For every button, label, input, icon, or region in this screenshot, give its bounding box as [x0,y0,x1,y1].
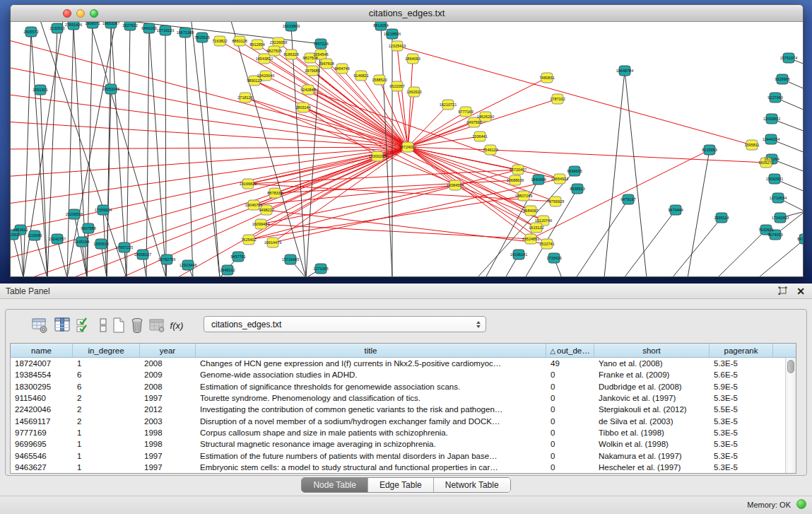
table-cell-title[interactable]: Estimation of significance thresholds fo… [196,382,546,391]
table-cell-in-degree[interactable]: 1 [73,428,140,437]
table-row[interactable]: 977716911998Corpus callosum shape and si… [11,427,785,438]
network-canvas[interactable]: 2405572213051027691406190657110653287152… [11,22,803,276]
citation-edge-black[interactable] [146,28,149,276]
citation-edge-black[interactable] [758,239,803,276]
citation-edge-black[interactable] [672,218,722,276]
column-header-short[interactable]: short [594,344,710,357]
column-header-title[interactable]: title [196,344,546,357]
citation-edge-red[interactable] [257,45,408,147]
table-cell-name[interactable]: 9463627 [11,463,73,472]
table-cell-year[interactable]: 2012 [140,405,196,414]
table-cell-out-de-[interactable]: 0 [546,440,594,448]
table-cell-name[interactable]: 9699695 [11,440,73,448]
table-cell-name[interactable]: 9465546 [11,452,73,460]
table-settings-icon[interactable] [30,315,49,335]
table-cell-year[interactable]: 1997 [140,452,196,460]
column-header-name[interactable]: name [11,344,73,357]
table-cell-out-de-[interactable]: 0 [546,463,594,472]
table-cell-name[interactable]: 9777169 [11,428,73,437]
table-cell-in-degree[interactable]: 2 [73,417,140,426]
citation-edge-red[interactable] [264,59,408,147]
citation-edge-red[interactable] [490,150,766,163]
table-row[interactable]: 1830029562008Estimation of significance … [11,381,785,392]
table-cell-title[interactable]: Embryonic stem cells: a model to study s… [196,463,546,472]
table-cell-short[interactable]: Stergiakouli et al. (2012) [594,405,710,414]
table-cell-in-degree[interactable]: 1 [73,359,140,368]
citation-edge-black[interactable] [67,25,73,276]
table-cell-out-de-[interactable]: 0 [546,394,594,402]
citation-edge-red[interactable] [303,107,531,211]
table-cell-in-degree[interactable]: 1 [73,452,140,460]
table-cell-short[interactable]: Tibbo et al. (1998) [594,428,710,437]
table-cell-year[interactable]: 1998 [140,428,196,437]
network-table-select[interactable]: citations_edges.txt [204,316,486,332]
table-cell-short[interactable]: Hescheler et al. (1997) [594,463,710,472]
citation-edge-black[interactable] [291,26,306,276]
table-cell-name[interactable]: 22420046 [11,405,73,414]
table-cell-in-degree[interactable]: 6 [73,382,140,391]
table-cell-year[interactable]: 1997 [140,463,196,472]
table-cell-out-de-[interactable]: 0 [546,428,594,437]
tab-node-table[interactable]: Node Table [302,478,368,492]
table-cell-pagerank[interactable]: 5.9E-5 [710,382,773,391]
column-header-in-degree[interactable]: in_degree [73,344,140,357]
row-check-icon[interactable] [73,315,93,335]
table-row[interactable]: 1456911722003Disruption of a novel membe… [11,415,785,426]
table-cell-short[interactable]: de Silva et al. (2003) [594,417,710,426]
table-cell-title[interactable]: Disruption of a novel member of a sodium… [196,417,546,426]
table-cell-short[interactable]: Franke et al. (2009) [594,370,710,379]
table-cell-name[interactable]: 14569117 [11,417,73,426]
table-cell-pagerank[interactable]: 5.3E-5 [710,428,773,437]
vertical-scrollbar[interactable] [785,358,796,473]
table-cell-in-degree[interactable]: 2 [73,405,140,414]
table-cell-in-degree[interactable]: 1 [73,463,140,472]
table-cell-name[interactable]: 19384554 [11,370,73,379]
table-cell-in-degree[interactable]: 2 [73,394,140,402]
column-header-pagerank[interactable]: pagerank [710,344,773,357]
citation-edge-red[interactable] [11,93,408,147]
table-cell-out-de-[interactable]: 0 [546,405,594,414]
citation-edge-black[interactable] [688,150,710,276]
column-header-year[interactable]: year [140,344,196,357]
table-cell-name[interactable]: 18300295 [11,382,73,391]
citation-edge-black[interactable] [717,230,766,276]
table-cell-year[interactable]: 2008 [140,382,196,391]
table-cell-in-degree[interactable]: 6 [73,370,140,379]
column-edit-icon[interactable] [52,315,72,335]
table-cell-pagerank[interactable]: 5.6E-5 [710,370,773,379]
citation-edge-red[interactable] [408,147,515,180]
table-row[interactable]: 2242004622012Investigating the contribut… [11,404,785,415]
table-cell-title[interactable]: Corpus callosum shape and size in male p… [196,428,546,437]
table-row[interactable]: 1872400712008Changes of HCN gene express… [11,358,785,369]
table-cell-year[interactable]: 2003 [140,417,196,426]
table-cell-name[interactable]: 9115460 [11,394,73,402]
table-cell-title[interactable]: Investigating the contribution of common… [196,405,546,414]
citation-edge-red[interactable] [266,76,408,147]
tab-network-table[interactable]: Network Table [434,478,510,492]
table-cell-pagerank[interactable]: 5.3E-5 [710,394,773,402]
table-cell-short[interactable]: Jankovic et al. (1997) [594,394,710,402]
delete-icon[interactable] [127,315,147,335]
tab-edge-table[interactable]: Edge Table [368,478,434,492]
table-row[interactable]: 946362711997Embryonic stem cells: a mode… [11,462,785,473]
table-cell-pagerank[interactable]: 5.3E-5 [710,440,773,448]
citation-edge-black[interactable] [576,199,628,276]
table-cell-out-de-[interactable]: 0 [546,452,594,460]
citation-edge-black[interactable] [35,235,47,276]
table-cell-name[interactable]: 18724007 [11,359,73,368]
table-cell-short[interactable]: Nakamura et al. (1997) [594,452,710,460]
window-titlebar[interactable]: citations_edges.txt [11,5,803,22]
table-cell-pagerank[interactable]: 5.5E-5 [710,405,773,414]
citation-edge-black[interactable] [185,33,193,276]
table-cell-title[interactable]: Tourette syndrome. Phenomenology and cla… [196,394,546,402]
table-cell-title[interactable]: Genome-wide association studies in ADHD. [196,370,546,379]
citation-edge-black[interactable] [202,37,220,276]
table-cell-pagerank[interactable]: 5.3E-5 [710,463,773,472]
table-row[interactable]: 911546021997Tourette syndrome. Phenomeno… [11,392,785,404]
table-cell-year[interactable]: 2009 [140,370,196,379]
citation-edge-black[interactable] [191,22,220,276]
table-cell-short[interactable]: Dudbridge et al. (2008) [594,382,710,391]
new-file-icon[interactable] [109,315,129,335]
citation-edge-black[interactable] [57,239,67,276]
table-cell-pagerank[interactable]: 5.3E-5 [710,417,773,426]
